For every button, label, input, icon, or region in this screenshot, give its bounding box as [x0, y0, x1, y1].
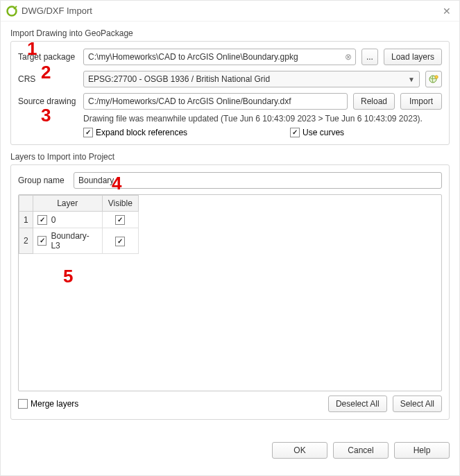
titlebar: DWG/DXF Import ✕	[1, 1, 459, 22]
layers-grid: Layer Visible 1 0 2 Boundary-L3	[18, 194, 442, 391]
clear-icon[interactable]: ⊗	[345, 52, 352, 62]
import-button[interactable]: Import	[400, 93, 442, 110]
import-panel: Target package ⊗ ... Load layers CRS EPS…	[10, 41, 450, 145]
target-package-input[interactable]	[83, 49, 356, 65]
dialog-button-row: OK Cancel Help	[1, 435, 459, 467]
chevron-down-icon: ▼	[408, 76, 415, 83]
merge-layers-label: Merge layers	[31, 399, 78, 409]
column-header-visible[interactable]: Visible	[102, 196, 138, 212]
window-title: DWG/DXF Import	[22, 6, 92, 16]
source-drawing-input[interactable]	[83, 93, 348, 110]
checkbox-icon	[290, 128, 300, 137]
select-all-button[interactable]: Select All	[393, 396, 442, 412]
group-name-input[interactable]	[74, 172, 442, 189]
column-header-layer[interactable]: Layer	[33, 196, 102, 212]
table-row[interactable]: 1 0	[19, 212, 139, 228]
visible-checkbox[interactable]	[115, 237, 125, 246]
use-curves-label: Use curves	[303, 128, 344, 137]
expand-block-label: Expand block references	[96, 128, 187, 137]
import-section-title: Import Drawing into GeoPackage	[10, 28, 450, 38]
app-icon	[6, 6, 17, 17]
table-row[interactable]: 2 Boundary-L3	[19, 228, 139, 254]
source-drawing-label: Source drawing	[18, 96, 78, 106]
cancel-button[interactable]: Cancel	[333, 442, 389, 459]
crs-select[interactable]: EPSG:27700 - OSGB 1936 / British Nationa…	[83, 71, 420, 87]
browse-button[interactable]: ...	[361, 49, 378, 65]
visible-checkbox[interactable]	[115, 215, 125, 225]
layer-checkbox[interactable]	[37, 236, 47, 246]
close-icon[interactable]: ✕	[440, 6, 454, 17]
row-number: 2	[19, 228, 33, 254]
layer-checkbox[interactable]	[37, 215, 47, 225]
crs-value: EPSG:27700 - OSGB 1936 / British Nationa…	[88, 74, 270, 84]
ok-button[interactable]: OK	[272, 442, 327, 459]
row-number: 1	[19, 212, 33, 228]
checkbox-icon	[83, 128, 93, 137]
reload-button[interactable]: Reload	[353, 93, 395, 110]
dialog-window: DWG/DXF Import ✕ Import Drawing into Geo…	[0, 0, 460, 476]
merge-layers-checkbox[interactable]: Merge layers	[18, 399, 78, 409]
status-text: Drawing file was meanwhile updated (Tue …	[83, 114, 442, 124]
svg-point-4	[435, 76, 438, 78]
layers-section-title: Layers to Import into Project	[10, 152, 450, 162]
group-name-label: Group name	[18, 176, 68, 185]
help-button[interactable]: Help	[394, 442, 450, 459]
load-layers-button[interactable]: Load layers	[384, 49, 442, 65]
crs-label: CRS	[18, 74, 78, 84]
layer-name: 0	[51, 215, 56, 225]
deselect-all-button[interactable]: Deselect All	[328, 396, 387, 412]
layers-panel: Group name Layer Visible 1 0	[10, 164, 450, 420]
crs-picker-button[interactable]	[425, 71, 442, 87]
target-package-label: Target package	[18, 52, 78, 62]
expand-block-checkbox[interactable]: Expand block references	[83, 128, 187, 137]
checkbox-icon	[18, 399, 28, 409]
layer-name: Boundary-L3	[51, 231, 97, 250]
use-curves-checkbox[interactable]: Use curves	[290, 128, 344, 137]
